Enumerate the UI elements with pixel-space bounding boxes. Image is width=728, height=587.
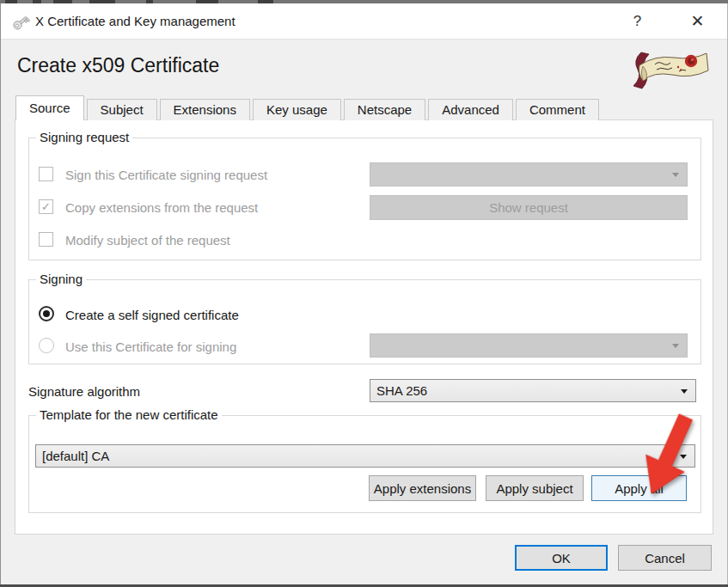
self-signed-radio[interactable] xyxy=(39,306,54,321)
self-signed-label[interactable]: Create a self signed certificate xyxy=(65,308,239,322)
chevron-down-icon xyxy=(672,173,679,177)
template-group-title: Template for the new certificate xyxy=(36,407,222,422)
copy-extensions-label: Copy extensions from the request xyxy=(65,200,258,215)
window-title: X Certificate and Key management xyxy=(35,3,236,40)
modify-subject-checkbox xyxy=(39,232,53,247)
apply-extensions-button[interactable]: Apply extensions xyxy=(369,475,476,501)
tab-subject[interactable]: Subject xyxy=(87,99,157,120)
signing-group-title: Signing xyxy=(36,272,86,286)
page-title: Create x509 Certificate xyxy=(17,54,219,77)
signature-algorithm-label: Signature algorithm xyxy=(28,384,140,399)
sign-csr-label: Sign this Certificate signing request xyxy=(65,168,267,182)
tab-source[interactable]: Source xyxy=(15,95,84,120)
tab-key-usage[interactable]: Key usage xyxy=(253,99,341,120)
chevron-down-icon xyxy=(672,344,679,348)
signer-combobox xyxy=(370,333,688,358)
sign-csr-checkbox xyxy=(39,167,53,181)
tab-comment[interactable]: Comment xyxy=(516,99,599,120)
csr-combobox xyxy=(370,162,688,186)
modify-subject-label: Modify subject of the request xyxy=(65,233,230,248)
key-icon xyxy=(10,12,31,33)
use-certificate-radio xyxy=(39,338,54,353)
template-combobox[interactable]: [default] CA xyxy=(35,444,695,468)
tab-bar: Source Subject Extensions Key usage Nets… xyxy=(15,95,602,120)
cancel-button[interactable]: Cancel xyxy=(618,545,712,571)
window-titlebar: X Certificate and Key management ? ✕ xyxy=(1,3,727,40)
copy-extensions-checkbox: ✓ xyxy=(39,199,53,214)
xca-dialog-window: X Certificate and Key management ? ✕ Cre… xyxy=(0,0,728,587)
help-button[interactable]: ? xyxy=(618,3,657,40)
show-request-button: Show request xyxy=(370,195,688,220)
apply-subject-button[interactable]: Apply subject xyxy=(486,475,584,501)
ok-button[interactable]: OK xyxy=(515,545,608,571)
xca-scroll-logo xyxy=(629,46,711,92)
signing-request-group-title: Signing request xyxy=(36,130,132,144)
chevron-down-icon xyxy=(681,389,688,394)
tab-extensions[interactable]: Extensions xyxy=(160,99,250,120)
signature-algorithm-combobox[interactable]: SHA 256 xyxy=(370,379,696,402)
close-icon[interactable]: ✕ xyxy=(678,3,717,40)
tab-advanced[interactable]: Advanced xyxy=(428,99,513,120)
tab-netscape[interactable]: Netscape xyxy=(344,99,425,120)
use-certificate-label: Use this Certificate for signing xyxy=(65,339,236,354)
